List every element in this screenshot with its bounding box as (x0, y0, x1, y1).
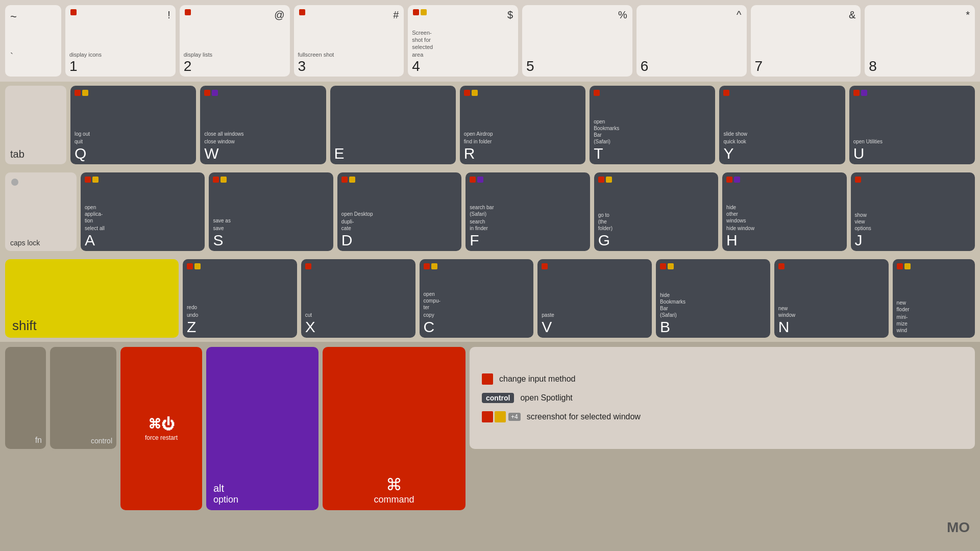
yellow-dot (194, 263, 201, 269)
key-s[interactable]: save as save S (209, 172, 333, 251)
key-r[interactable]: open Airdrop find in folder R (460, 86, 585, 164)
key-v-dots (542, 263, 548, 269)
key-shift[interactable]: shift (5, 259, 179, 338)
force-restart-symbol: ⌘⏻ (148, 416, 175, 432)
key-c-dots (424, 263, 437, 269)
legend-yellow-dot-3 (495, 411, 506, 422)
key-x[interactable]: cut X (301, 259, 415, 338)
legend-red-dot (482, 373, 493, 385)
red-dot (726, 177, 732, 183)
key-3[interactable]: # fullscreen shot 3 (294, 5, 404, 77)
key-q[interactable]: log out quit Q (70, 86, 196, 164)
key-d-func2: open Desktop (341, 211, 457, 217)
key-4-func: Screen-shot forselectedarea (412, 29, 514, 58)
key-fn[interactable]: fn (5, 347, 46, 449)
key-t-func: openBookmarksBar(Safari) (594, 118, 711, 145)
alt-text: alt (213, 483, 311, 494)
key-c-func2: opencompu-ter (424, 291, 530, 311)
red-dot (413, 9, 419, 15)
bottom-row-inner: fn control ⌘⏻ force restart alt option ⌘… (5, 347, 975, 510)
legend-item-3: +4 screenshot for selected window (482, 411, 963, 422)
key-7[interactable]: & 7 (751, 5, 861, 77)
key-d-dots (341, 177, 355, 183)
purple-dot (477, 177, 483, 183)
key-g[interactable]: go to(thefolder) G (594, 172, 718, 251)
key-h-func1: hide window (726, 225, 842, 232)
key-z[interactable]: redo undo Z (183, 259, 297, 338)
key-a[interactable]: openapplica-tion select all A (81, 172, 205, 251)
key-8-char: 8 (869, 59, 971, 73)
key-f[interactable]: search bar(Safari) searchin finder F (465, 172, 590, 251)
key-2-func: display lists (184, 51, 286, 58)
key-8[interactable]: * 8 (865, 5, 975, 77)
red-dot (185, 9, 191, 15)
red-dot (470, 177, 476, 183)
red-dot (187, 263, 193, 269)
key-b[interactable]: hideBookmarksBar(Safari) B (656, 259, 770, 338)
key-a-func2: openapplica-tion (85, 204, 201, 224)
red-dot (299, 9, 305, 15)
key-e[interactable]: E (330, 86, 456, 164)
red-dot (897, 263, 903, 269)
key-w-func2: close all windows (204, 131, 322, 137)
key-z-func2: redo (187, 304, 293, 311)
yellow-dot (472, 90, 478, 96)
key-n-char: N (778, 319, 885, 335)
key-j-char: J (855, 233, 971, 248)
key-alt-option[interactable]: alt option (206, 347, 318, 510)
key-w-char: W (204, 146, 322, 161)
key-control-bottom[interactable]: control (50, 347, 116, 449)
control-label: control (91, 437, 112, 445)
command-symbol: ⌘ (386, 475, 402, 494)
key-tilde[interactable]: ~ ` (5, 5, 61, 77)
key-y[interactable]: slide show quick look Y (719, 86, 845, 164)
key-q-char: Q (75, 146, 192, 161)
legend-dots-1 (482, 373, 493, 385)
key-x-dots (305, 263, 311, 269)
red-dot (70, 9, 77, 15)
legend-area: change input method control open Spotlig… (470, 347, 975, 449)
key-6[interactable]: ^ 6 (636, 5, 747, 77)
red-dot (598, 177, 604, 183)
key-m-partial[interactable]: newfloder mini-mizewind (893, 259, 975, 338)
key-q-dots (75, 90, 88, 96)
yellow-dot (421, 9, 427, 15)
key-4[interactable]: $ Screen-shot forselectedarea 4 (408, 5, 518, 77)
legend-item-2: control open Spotlight (482, 393, 963, 403)
key-j[interactable]: showviewoptions J (851, 172, 975, 251)
key-u-dots (853, 90, 867, 96)
red-dot (853, 90, 860, 96)
bottom-row: fn control ⌘⏻ force restart alt option ⌘… (0, 342, 980, 551)
key-capslock[interactable]: caps lock (5, 172, 77, 251)
zxcv-row: shift redo undo Z cut X opencom (0, 255, 980, 342)
key-u-char: U (853, 146, 971, 161)
yellow-dot (82, 90, 88, 96)
key-t-dots (594, 90, 600, 96)
key-r-func1: find in folder (464, 138, 581, 145)
key-q-func1: quit (75, 138, 192, 145)
option-text: option (213, 494, 311, 505)
key-s-dots (213, 177, 227, 183)
key-2-char: 2 (184, 59, 286, 73)
key-n[interactable]: newwindow N (774, 259, 889, 338)
key-5[interactable]: % 5 (522, 5, 632, 77)
key-j-dots (855, 177, 861, 183)
mo-label: MO (947, 519, 970, 536)
red-dot (75, 90, 81, 96)
tilde-symbol-top: ~ (10, 10, 17, 23)
key-d[interactable]: open Desktop dupli-cate D (337, 172, 461, 251)
capslock-indicator (11, 179, 18, 186)
key-v[interactable]: paste V (537, 259, 652, 338)
key-u[interactable]: open Utilities U (849, 86, 975, 164)
key-1[interactable]: ! display icons 1 (65, 5, 176, 77)
key-force-restart[interactable]: ⌘⏻ force restart (120, 347, 202, 510)
key-command[interactable]: ⌘ command (323, 347, 465, 510)
key-h[interactable]: hideotherwindows hide window H (722, 172, 846, 251)
key-w[interactable]: close all windows close window W (200, 86, 326, 164)
key-c[interactable]: opencompu-ter copy C (420, 259, 534, 338)
yellow-dot (606, 177, 612, 183)
key-t[interactable]: openBookmarksBar(Safari) T (590, 86, 715, 164)
key-2[interactable]: @ display lists 2 (180, 5, 290, 77)
key-tab[interactable]: tab (5, 86, 66, 164)
key-c-char: C (424, 319, 530, 335)
